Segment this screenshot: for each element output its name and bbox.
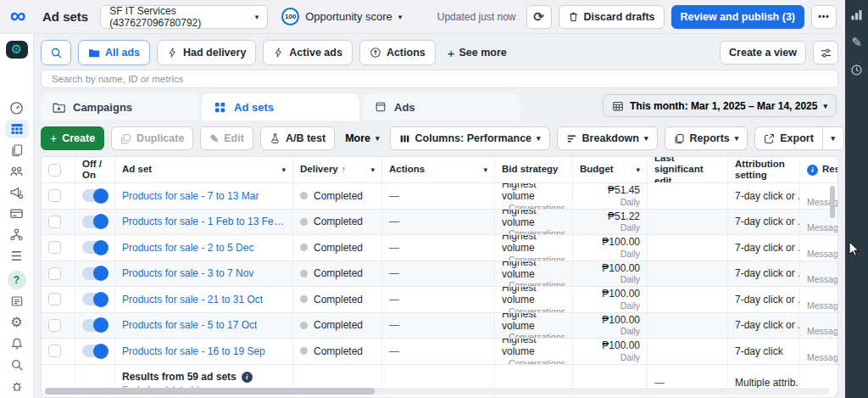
select-all-checkbox[interactable] xyxy=(48,164,61,177)
adset-name-link[interactable]: Products for sale - 5 to 17 Oct xyxy=(122,319,257,331)
see-more-button[interactable]: + See more xyxy=(442,46,512,60)
adset-name-link[interactable]: Products for sale - 1 Feb to 13 Feb 2022 xyxy=(122,216,286,227)
search-filter-button[interactable] xyxy=(41,40,71,65)
help-item[interactable]: ? xyxy=(5,271,29,289)
bid-strategy-sub: Conversations xyxy=(509,358,565,364)
edit-pencil-icon[interactable]: ✎ xyxy=(851,35,862,50)
all-tools-item[interactable]: ☰ xyxy=(5,246,29,264)
duplicate-label: Duplicate xyxy=(136,132,184,144)
toggle[interactable] xyxy=(82,189,108,202)
breakdown-button[interactable]: Breakdown ▾ xyxy=(557,126,658,150)
table-body: Products for sale - 7 to 13 Mar Complete… xyxy=(42,183,837,365)
account-overview-item[interactable] xyxy=(5,99,29,117)
meta-logo[interactable]: ∞ xyxy=(0,7,36,26)
duplicate-button[interactable]: Duplicate xyxy=(111,126,193,150)
adset-name-link[interactable]: Products for sale - 7 to 13 Mar xyxy=(122,190,259,202)
toggle[interactable] xyxy=(82,345,108,357)
horizontal-scrollbar-thumb[interactable] xyxy=(45,388,375,395)
footer-attribution: Multiple attrib... xyxy=(735,377,800,389)
tab-campaigns[interactable]: Campaigns xyxy=(41,93,198,121)
col-ad-set[interactable]: Ad set ▾ xyxy=(115,157,293,182)
edit-button[interactable]: ✎ Edit xyxy=(200,126,253,150)
col-bid-strategy[interactable]: Bid strategy xyxy=(495,157,573,182)
row-checkbox[interactable] xyxy=(48,241,61,254)
audiences-item[interactable] xyxy=(5,162,29,180)
campaigns-folder-icon xyxy=(53,102,65,113)
advertising-settings-item[interactable] xyxy=(5,183,29,201)
toggle[interactable] xyxy=(82,293,108,306)
create-button[interactable]: + Create xyxy=(41,126,104,150)
table-row: Products for sale - 2 to 5 Dec Completed… xyxy=(42,235,837,261)
view-settings-button[interactable] xyxy=(813,41,838,64)
delivery-status: Completed xyxy=(314,190,363,202)
row-checkbox[interactable] xyxy=(48,189,61,202)
top-bar: ∞ Ad sets SF IT Services (43762709678079… xyxy=(0,0,845,34)
reports-label: Reports xyxy=(690,132,730,144)
toggle[interactable] xyxy=(82,216,108,228)
export-button[interactable]: Export xyxy=(754,126,822,150)
col-last-edit[interactable]: Last significant edit xyxy=(648,157,728,182)
row-checkbox[interactable] xyxy=(48,345,61,357)
bar-chart-icon[interactable] xyxy=(850,8,863,21)
tab-ad-sets[interactable]: Ad sets xyxy=(202,93,359,121)
col-budget[interactable]: Budget ▾ xyxy=(573,157,648,182)
row-checkbox[interactable] xyxy=(48,267,61,280)
filter-actions[interactable]: Actions xyxy=(359,40,436,65)
export-dropdown-button[interactable]: ▾ xyxy=(822,126,844,150)
chevron-down-icon: ▾ xyxy=(823,102,827,110)
toggle[interactable] xyxy=(82,267,108,280)
settings-item[interactable]: ⚙ xyxy=(5,314,29,332)
refresh-button[interactable]: ⟳ xyxy=(526,5,552,29)
row-checkbox[interactable] xyxy=(48,216,61,228)
search-input[interactable] xyxy=(52,74,827,84)
create-view-button[interactable]: Create a view xyxy=(720,41,806,64)
search-nav-item[interactable] xyxy=(5,356,29,373)
reports-button[interactable]: Reports ▾ xyxy=(665,126,748,150)
ab-test-button[interactable]: A/B test xyxy=(260,126,335,150)
opportunity-score[interactable]: 100 Opportunity score ▾ xyxy=(281,8,402,25)
row-checkbox[interactable] xyxy=(48,293,61,306)
credit-card-icon xyxy=(9,206,24,221)
account-selector[interactable]: SF IT Services (437627096780792) ▾ xyxy=(100,5,268,29)
report-problem-item[interactable] xyxy=(5,377,29,395)
toggle[interactable] xyxy=(82,319,108,332)
col-results[interactable]: i Results xyxy=(800,157,837,182)
vertical-scrollbar-thumb[interactable] xyxy=(830,186,835,218)
more-options-button[interactable]: ••• xyxy=(811,5,837,29)
toggle-knob xyxy=(93,292,108,307)
col-actions[interactable]: Actions ▾ xyxy=(382,157,495,182)
export-icon xyxy=(764,133,775,144)
table-row: Products for sale - 7 to 13 Mar Complete… xyxy=(42,183,837,210)
col-attribution[interactable]: Attribution setting xyxy=(728,157,800,182)
campaigns-nav-item[interactable] xyxy=(5,120,29,137)
updates-item[interactable] xyxy=(5,293,29,311)
adset-name-link[interactable]: Products for sale - 21 to 31 Oct xyxy=(122,294,263,306)
app-badge-icon[interactable]: ⚙ xyxy=(6,41,28,59)
history-clock-icon[interactable] xyxy=(850,64,863,76)
filter-active-ads[interactable]: Active ads xyxy=(263,40,353,65)
tab-ads[interactable]: Ads xyxy=(363,93,520,121)
adset-name-link[interactable]: Products for sale - 3 to 7 Nov xyxy=(122,267,253,279)
discard-drafts-button[interactable]: Discard drafts xyxy=(559,5,665,29)
chevron-down-icon: ▾ xyxy=(483,165,487,174)
col-delivery[interactable]: Delivery↑ ▾ xyxy=(293,157,382,182)
row-checkbox[interactable] xyxy=(48,319,61,332)
review-publish-button[interactable]: Review and publish (3) xyxy=(671,5,804,29)
export-split-button: Export ▾ xyxy=(754,126,844,150)
ads-reporting-item[interactable] xyxy=(5,141,29,159)
bid-strategy-value: Highest volume xyxy=(502,235,565,255)
toggle[interactable] xyxy=(82,241,108,254)
billing-item[interactable] xyxy=(5,205,29,222)
adset-name-link[interactable]: Products for sale - 2 to 5 Dec xyxy=(122,242,253,254)
table-search-bar[interactable] xyxy=(41,70,838,88)
date-range-picker[interactable]: This month: Mar 1, 2025 – Mar 14, 2025 ▾ xyxy=(603,94,837,117)
adset-name-link[interactable]: Products for sale - 16 to 19 Sep xyxy=(122,345,265,357)
filter-all-ads[interactable]: All ads xyxy=(78,40,150,65)
filter-had-delivery[interactable]: Had delivery xyxy=(157,40,256,65)
horizontal-scrollbar[interactable] xyxy=(45,388,829,395)
bid-strategy-sub: Conversations xyxy=(509,228,565,234)
business-structure-item[interactable] xyxy=(5,226,29,244)
notifications-item[interactable] xyxy=(5,334,29,352)
more-menu-button[interactable]: More ▾ xyxy=(342,132,382,144)
columns-button[interactable]: Columns: Performance ▾ xyxy=(390,126,550,150)
